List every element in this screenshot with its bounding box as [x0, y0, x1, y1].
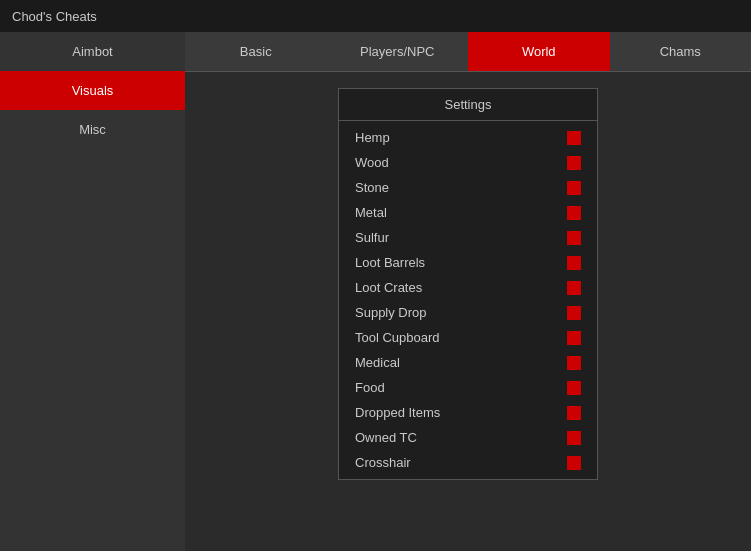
settings-row-loot-barrels[interactable]: Loot Barrels	[339, 250, 597, 275]
toggle-sulfur[interactable]	[567, 231, 581, 245]
settings-label-metal: Metal	[355, 205, 387, 220]
toggle-medical[interactable]	[567, 356, 581, 370]
settings-list: HempWoodStoneMetalSulfurLoot BarrelsLoot…	[339, 121, 597, 479]
settings-row-stone[interactable]: Stone	[339, 175, 597, 200]
sidebar-item-misc[interactable]: Misc	[0, 110, 185, 149]
app-container: Chod's Cheats AimbotVisualsMisc BasicPla…	[0, 0, 751, 551]
settings-row-supply-drop[interactable]: Supply Drop	[339, 300, 597, 325]
settings-label-hemp: Hemp	[355, 130, 390, 145]
toggle-wood[interactable]	[567, 156, 581, 170]
toggle-metal[interactable]	[567, 206, 581, 220]
settings-label-crosshair: Crosshair	[355, 455, 411, 470]
settings-row-sulfur[interactable]: Sulfur	[339, 225, 597, 250]
settings-label-owned-tc: Owned TC	[355, 430, 417, 445]
settings-label-wood: Wood	[355, 155, 389, 170]
toggle-tool-cupboard[interactable]	[567, 331, 581, 345]
settings-row-owned-tc[interactable]: Owned TC	[339, 425, 597, 450]
toggle-supply-drop[interactable]	[567, 306, 581, 320]
content-area: BasicPlayers/NPCWorldChams Settings Hemp…	[185, 32, 751, 551]
tab-bar: BasicPlayers/NPCWorldChams	[185, 32, 751, 72]
settings-row-food[interactable]: Food	[339, 375, 597, 400]
settings-panel: Settings HempWoodStoneMetalSulfurLoot Ba…	[338, 88, 598, 480]
toggle-dropped-items[interactable]	[567, 406, 581, 420]
main-content: AimbotVisualsMisc BasicPlayers/NPCWorldC…	[0, 32, 751, 551]
tab-players-npc[interactable]: Players/NPC	[327, 32, 469, 72]
toggle-loot-crates[interactable]	[567, 281, 581, 295]
settings-label-sulfur: Sulfur	[355, 230, 389, 245]
toggle-food[interactable]	[567, 381, 581, 395]
panel-area: Settings HempWoodStoneMetalSulfurLoot Ba…	[185, 72, 751, 551]
settings-row-metal[interactable]: Metal	[339, 200, 597, 225]
settings-label-loot-crates: Loot Crates	[355, 280, 422, 295]
settings-label-stone: Stone	[355, 180, 389, 195]
app-title: Chod's Cheats	[12, 9, 97, 24]
sidebar: AimbotVisualsMisc	[0, 32, 185, 551]
settings-row-crosshair[interactable]: Crosshair	[339, 450, 597, 475]
settings-row-wood[interactable]: Wood	[339, 150, 597, 175]
settings-title: Settings	[339, 89, 597, 121]
settings-row-tool-cupboard[interactable]: Tool Cupboard	[339, 325, 597, 350]
sidebar-item-aimbot[interactable]: Aimbot	[0, 32, 185, 71]
tab-basic[interactable]: Basic	[185, 32, 327, 72]
toggle-crosshair[interactable]	[567, 456, 581, 470]
toggle-stone[interactable]	[567, 181, 581, 195]
settings-label-tool-cupboard: Tool Cupboard	[355, 330, 440, 345]
settings-row-dropped-items[interactable]: Dropped Items	[339, 400, 597, 425]
settings-label-supply-drop: Supply Drop	[355, 305, 427, 320]
settings-row-medical[interactable]: Medical	[339, 350, 597, 375]
tab-chams[interactable]: Chams	[610, 32, 752, 72]
toggle-hemp[interactable]	[567, 131, 581, 145]
settings-label-loot-barrels: Loot Barrels	[355, 255, 425, 270]
settings-label-medical: Medical	[355, 355, 400, 370]
title-bar: Chod's Cheats	[0, 0, 751, 32]
settings-row-hemp[interactable]: Hemp	[339, 125, 597, 150]
settings-label-food: Food	[355, 380, 385, 395]
settings-row-loot-crates[interactable]: Loot Crates	[339, 275, 597, 300]
settings-label-dropped-items: Dropped Items	[355, 405, 440, 420]
toggle-loot-barrels[interactable]	[567, 256, 581, 270]
toggle-owned-tc[interactable]	[567, 431, 581, 445]
sidebar-item-visuals[interactable]: Visuals	[0, 71, 185, 110]
tab-world[interactable]: World	[468, 32, 610, 72]
